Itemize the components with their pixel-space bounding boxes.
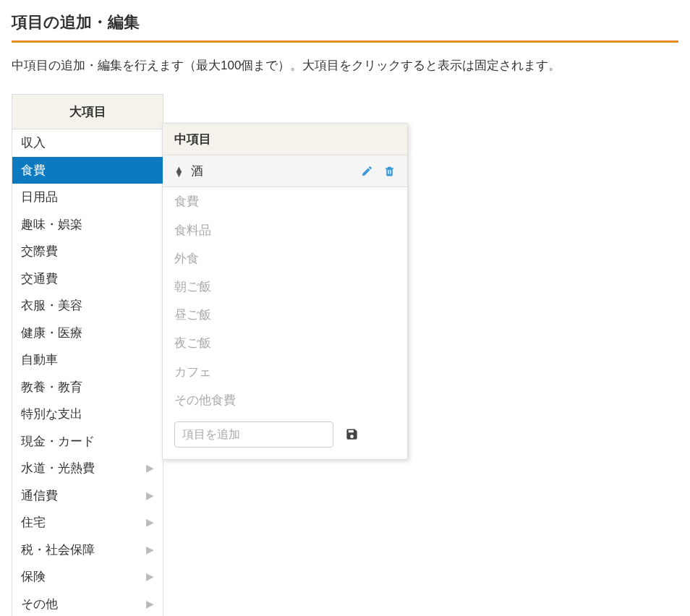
- sub-item-default[interactable]: 夜ご飯: [163, 329, 407, 357]
- main-category-header: 大項目: [12, 95, 163, 129]
- main-item-other[interactable]: その他 ▶: [12, 591, 163, 616]
- sub-category-panel: 中項目 ▲▼ 酒 食費 食料品 外食 朝ご飯 昼ご飯 夜ご飯 カフェ: [162, 123, 408, 460]
- sub-item-label: 夜ご飯: [174, 333, 211, 353]
- sort-handle-icon[interactable]: ▲▼: [174, 166, 184, 176]
- main-item-label: 教養・教育: [21, 378, 82, 397]
- main-item-label: 水道・光熱費: [21, 459, 95, 478]
- page-description: 中項目の追加・編集を行えます（最大100個まで）。大項目をクリックすると表示は固…: [12, 56, 678, 75]
- main-item-insurance[interactable]: 保険 ▶: [12, 563, 163, 591]
- main-item-label: 住宅: [21, 513, 46, 532]
- delete-icon[interactable]: [383, 165, 396, 177]
- main-item-social[interactable]: 交際費: [12, 238, 163, 265]
- panels-container: 大項目 収入 食費 日用品 趣味・娯楽 交際費 交通費 衣服・美容 健康・医療 …: [12, 94, 678, 616]
- sub-item-label: 外食: [174, 249, 199, 268]
- sub-item-label: 昼ご飯: [174, 305, 211, 325]
- sub-item-default[interactable]: 食料品: [163, 216, 407, 244]
- sub-item-label: 食費: [174, 192, 199, 211]
- main-item-tax[interactable]: 税・社会保障 ▶: [12, 536, 163, 564]
- chevron-right-icon: ▶: [146, 596, 154, 612]
- sub-item-default[interactable]: カフェ: [163, 358, 407, 386]
- sub-item-label: 食料品: [174, 221, 211, 240]
- sub-item-default[interactable]: 食費: [163, 187, 407, 215]
- main-item-label: 交際費: [21, 242, 58, 261]
- main-item-communication[interactable]: 通信費 ▶: [12, 482, 163, 510]
- sub-item-label: その他食費: [174, 390, 236, 410]
- main-item-cash-card[interactable]: 現金・カード: [12, 428, 163, 455]
- main-item-label: その他: [21, 595, 58, 614]
- main-item-label: 収入: [21, 134, 46, 153]
- chevron-right-icon: ▶: [146, 461, 154, 476]
- main-item-car[interactable]: 自動車: [12, 346, 163, 374]
- main-item-clothing[interactable]: 衣服・美容: [12, 292, 163, 320]
- main-item-label: 衣服・美容: [21, 296, 82, 315]
- main-item-label: 通信費: [21, 487, 58, 505]
- add-item-row: [163, 414, 407, 459]
- sub-item-label: カフェ: [174, 362, 211, 382]
- main-item-label: 食費: [21, 161, 46, 180]
- sub-category-header: 中項目: [163, 124, 407, 155]
- sub-item-default[interactable]: 朝ご飯: [163, 273, 407, 301]
- page-title: 項目の追加・編集: [12, 12, 678, 43]
- chevron-right-icon: ▶: [146, 488, 154, 503]
- sub-item-label: 酒: [191, 161, 203, 181]
- sub-item-default[interactable]: 外食: [163, 244, 407, 273]
- main-item-health[interactable]: 健康・医療: [12, 320, 163, 347]
- main-item-label: 健康・医療: [21, 324, 82, 343]
- add-item-input[interactable]: [174, 422, 333, 448]
- main-item-label: 税・社会保障: [21, 541, 95, 560]
- main-item-education[interactable]: 教養・教育: [12, 374, 163, 401]
- main-item-special[interactable]: 特別な支出: [12, 401, 163, 428]
- chevron-right-icon: ▶: [146, 569, 154, 584]
- edit-icon[interactable]: [361, 165, 373, 177]
- main-item-label: 日用品: [21, 188, 58, 207]
- sub-item-custom[interactable]: ▲▼ 酒: [163, 155, 407, 187]
- main-item-food[interactable]: 食費: [12, 157, 163, 184]
- main-item-label: 保険: [21, 568, 46, 586]
- sub-item-default[interactable]: その他食費: [163, 386, 407, 414]
- main-item-label: 特別な支出: [21, 405, 82, 424]
- main-item-label: 現金・カード: [21, 432, 95, 451]
- main-item-daily-goods[interactable]: 日用品: [12, 184, 163, 211]
- sub-item-default[interactable]: 昼ご飯: [163, 301, 407, 329]
- main-item-label: 交通費: [21, 270, 58, 288]
- chevron-right-icon: ▶: [146, 542, 154, 557]
- main-item-income[interactable]: 収入: [12, 129, 163, 157]
- main-item-utilities[interactable]: 水道・光熱費 ▶: [12, 455, 163, 482]
- main-item-label: 自動車: [21, 351, 58, 369]
- main-item-housing[interactable]: 住宅 ▶: [12, 509, 163, 536]
- sub-item-label: 朝ご飯: [174, 277, 211, 296]
- main-item-transport[interactable]: 交通費: [12, 265, 163, 293]
- main-item-hobby[interactable]: 趣味・娯楽: [12, 211, 163, 239]
- main-item-label: 趣味・娯楽: [21, 215, 82, 234]
- save-icon[interactable]: [345, 427, 359, 441]
- chevron-right-icon: ▶: [146, 515, 154, 530]
- main-category-panel: 大項目 収入 食費 日用品 趣味・娯楽 交際費 交通費 衣服・美容 健康・医療 …: [12, 94, 163, 616]
